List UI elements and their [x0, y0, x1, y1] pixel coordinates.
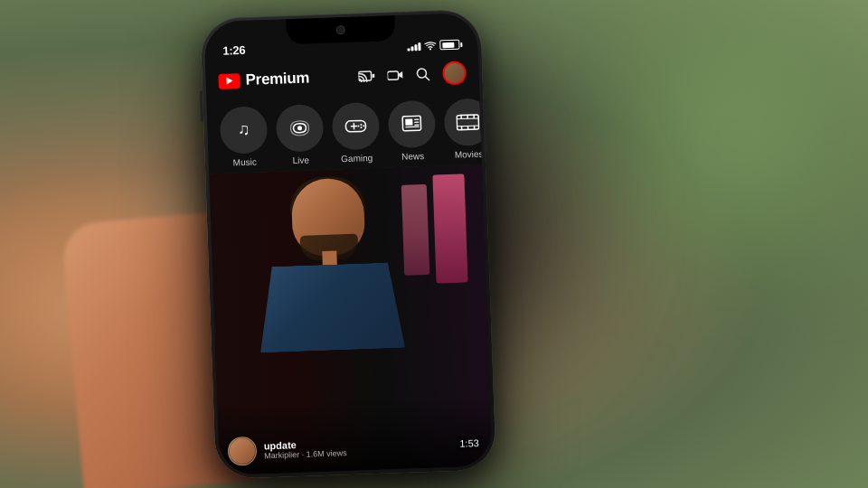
wifi-icon	[424, 41, 436, 50]
phone-outer: 1:26	[200, 9, 496, 480]
live-circle	[276, 103, 325, 152]
category-movies[interactable]: Movies	[443, 98, 482, 160]
youtube-logo-icon[interactable]	[218, 73, 241, 89]
category-music[interactable]: ♫ Music	[220, 106, 269, 168]
svg-point-14	[357, 125, 359, 127]
movies-circle	[443, 98, 482, 146]
svg-point-7	[297, 126, 302, 130]
channel-subtitle: Markiplier · 1.6M views	[264, 448, 347, 460]
light-panel-1	[432, 174, 467, 283]
news-icon	[401, 115, 423, 134]
search-icon[interactable]	[415, 67, 430, 82]
user-avatar[interactable]	[442, 61, 467, 85]
status-icons	[407, 40, 459, 52]
category-gaming[interactable]: Gaming	[332, 101, 381, 164]
music-circle: ♫	[220, 106, 269, 155]
notch	[286, 15, 395, 44]
signal-icon	[407, 42, 420, 52]
person-figure	[236, 166, 423, 353]
video-scene: update Markiplier · 1.6M views 1:53	[209, 164, 492, 475]
gaming-circle	[332, 101, 381, 150]
video-thumbnail: update Markiplier · 1.6M views 1:53	[209, 164, 492, 475]
categories-row: ♫ Music Live	[206, 92, 482, 174]
phone-screen: 1:26	[203, 13, 492, 475]
channel-text-area: update Markiplier · 1.6M views	[264, 437, 347, 460]
youtube-logo-area[interactable]: Premium	[218, 69, 309, 90]
video-area[interactable]: update Markiplier · 1.6M views 1:53	[209, 164, 492, 475]
music-icon: ♫	[237, 120, 250, 139]
youtube-play-triangle	[226, 77, 232, 84]
avatar-image	[444, 62, 465, 83]
channel-avatar[interactable]	[227, 436, 257, 466]
category-live[interactable]: Live	[276, 103, 325, 165]
video-duration: 1:53	[456, 436, 483, 451]
battery-icon	[439, 40, 459, 51]
live-icon	[288, 119, 311, 136]
svg-rect-3	[387, 70, 398, 79]
svg-point-11	[360, 123, 362, 125]
front-camera	[336, 25, 345, 34]
camera-icon[interactable]	[387, 69, 402, 81]
live-label: Live	[292, 155, 309, 165]
youtube-header-icons	[358, 61, 467, 88]
news-circle	[388, 99, 437, 148]
gaming-label: Gaming	[341, 152, 373, 163]
svg-point-13	[360, 126, 362, 127]
svg-point-0	[429, 48, 431, 50]
category-news[interactable]: News	[388, 99, 437, 162]
phone: 1:26	[200, 9, 496, 480]
channel-avatar-inner	[229, 438, 255, 465]
person-shoulders	[258, 262, 405, 353]
youtube-header-title: Premium	[245, 69, 309, 89]
status-time: 1:26	[222, 43, 245, 58]
channel-left: update Markiplier · 1.6M views	[227, 433, 347, 466]
gaming-icon	[344, 117, 368, 135]
movies-icon	[456, 112, 480, 131]
music-label: Music	[233, 156, 257, 167]
svg-point-12	[363, 125, 364, 127]
battery-fill	[442, 42, 455, 47]
svg-line-6	[426, 77, 429, 80]
cast-icon[interactable]	[358, 70, 374, 83]
bg-blur-right	[597, 0, 868, 271]
movies-label: Movies	[455, 148, 482, 159]
svg-rect-2	[372, 74, 374, 78]
svg-line-20	[406, 127, 420, 127]
svg-rect-16	[405, 118, 412, 125]
news-label: News	[401, 151, 424, 162]
